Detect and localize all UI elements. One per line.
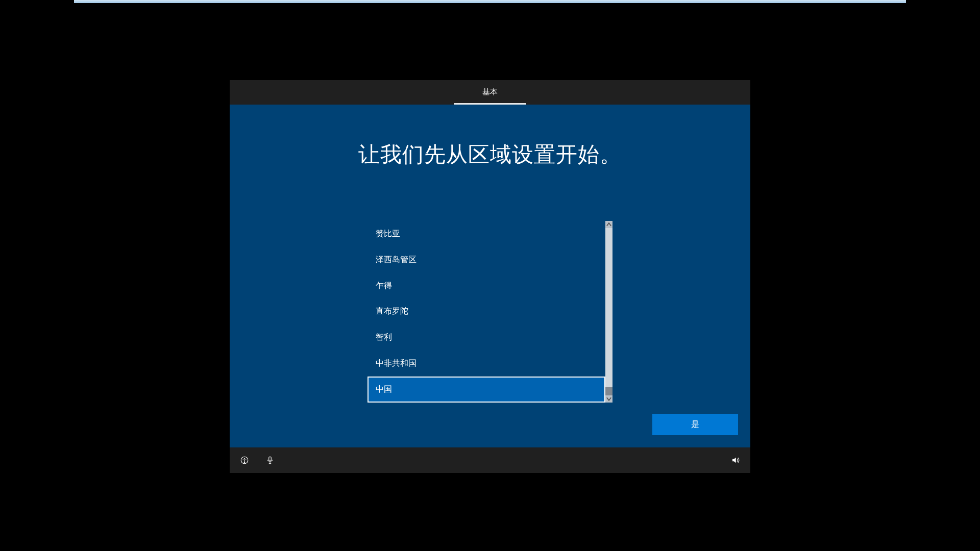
bottom-toolbar	[230, 447, 750, 473]
svg-point-1	[244, 458, 245, 459]
accessibility-icon[interactable]	[239, 455, 250, 466]
list-item[interactable]: 乍得	[368, 273, 605, 299]
window-title-bar	[74, 0, 906, 3]
microphone-icon[interactable]	[264, 455, 276, 466]
list-item[interactable]: 智利	[368, 324, 605, 350]
scrollbar[interactable]	[605, 221, 612, 403]
list-item-selected[interactable]: 中国	[368, 377, 605, 403]
confirm-button[interactable]: 是	[652, 414, 738, 435]
scroll-down-arrow-icon[interactable]	[605, 395, 612, 403]
scroll-thumb[interactable]	[605, 228, 612, 387]
page-title: 让我们先从区域设置开始。	[358, 140, 622, 169]
tab-basic[interactable]: 基本	[454, 81, 526, 105]
region-list-container: 赞比亚 泽西岛管区 乍得 直布罗陀 智利 中非共和国 中国	[368, 221, 612, 403]
volume-icon[interactable]	[730, 455, 741, 466]
bottom-left-icons	[239, 455, 276, 466]
svg-rect-2	[269, 457, 272, 461]
list-item[interactable]: 直布罗陀	[368, 298, 605, 324]
scroll-thumb-end[interactable]	[605, 387, 612, 395]
scroll-up-arrow-icon[interactable]	[605, 221, 612, 228]
setup-window: 基本 让我们先从区域设置开始。 赞比亚 泽西岛管区 乍得 直布罗陀 智利 中非共…	[230, 80, 750, 473]
list-item[interactable]: 中非共和国	[368, 350, 605, 377]
tab-bar: 基本	[230, 80, 750, 105]
list-item[interactable]: 泽西岛管区	[368, 247, 605, 273]
main-panel: 让我们先从区域设置开始。 赞比亚 泽西岛管区 乍得 直布罗陀 智利 中非共和国 …	[230, 105, 750, 447]
list-item[interactable]: 赞比亚	[368, 221, 605, 247]
region-list[interactable]: 赞比亚 泽西岛管区 乍得 直布罗陀 智利 中非共和国 中国	[368, 221, 605, 403]
